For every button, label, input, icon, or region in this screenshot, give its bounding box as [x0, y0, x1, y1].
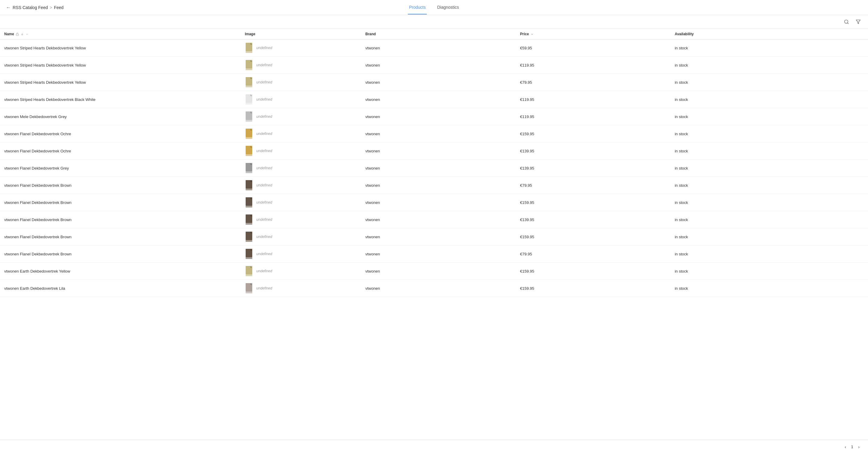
svg-rect-45: [246, 275, 252, 276]
cell-image: undefined: [241, 246, 361, 263]
table-row[interactable]: vtwonen Mele Dekbedovertrek Grey undefin…: [0, 108, 868, 125]
cell-brand: vtwonen: [361, 74, 516, 91]
cell-availability: in stock: [671, 246, 860, 263]
cell-name: vtwonen Flanel Dekbedovertrek Brown: [0, 228, 241, 246]
cell-availability: in stock: [671, 211, 860, 228]
svg-rect-42: [246, 257, 252, 259]
svg-rect-33: [246, 206, 252, 207]
table-row[interactable]: vtwonen Striped Hearts Dekbedovertrek Ye…: [0, 74, 868, 91]
cell-price: €159.95: [516, 228, 670, 246]
cell-extra: [860, 91, 868, 108]
col-header-extra: [860, 29, 868, 39]
svg-rect-12: [246, 86, 252, 87]
col-header-image: Image: [241, 29, 361, 39]
cell-availability: in stock: [671, 177, 860, 194]
table-header-row: Name Image Brand Price: [0, 29, 868, 39]
cell-extra: [860, 280, 868, 297]
search-icon: [844, 19, 849, 24]
cell-price: €119.95: [516, 57, 670, 74]
cell-image: undefined: [241, 211, 361, 228]
image-label: undefined: [256, 200, 272, 204]
cell-name: vtwonen Flanel Dekbedovertrek Ochre: [0, 125, 241, 142]
cell-name: vtwonen Striped Hearts Dekbedovertrek Ye…: [0, 39, 241, 57]
cell-image: undefined: [241, 177, 361, 194]
cell-extra: [860, 57, 868, 74]
cell-price: €79.95: [516, 74, 670, 91]
cell-brand: vtwonen: [361, 142, 516, 160]
cell-availability: in stock: [671, 125, 860, 142]
table-row[interactable]: vtwonen Flanel Dekbedovertrek Brown unde…: [0, 246, 868, 263]
cell-image: undefined: [241, 160, 361, 177]
prev-page-button[interactable]: ‹: [842, 443, 849, 450]
svg-rect-30: [246, 189, 252, 190]
table-row[interactable]: vtwonen Flanel Dekbedovertrek Brown unde…: [0, 228, 868, 246]
table-row[interactable]: vtwonen Flanel Dekbedovertrek Grey undef…: [0, 160, 868, 177]
cell-name: vtwonen Flanel Dekbedovertrek Brown: [0, 246, 241, 263]
table-row[interactable]: vtwonen Earth Dekbedovertrek Lila undefi…: [0, 280, 868, 297]
product-thumbnail: [245, 146, 254, 156]
cell-availability: in stock: [671, 91, 860, 108]
svg-rect-24: [246, 154, 252, 156]
image-label: undefined: [256, 149, 272, 153]
product-thumbnail: [245, 94, 254, 105]
table-row[interactable]: vtwonen Striped Hearts Dekbedovertrek Ye…: [0, 57, 868, 74]
cell-image: undefined: [241, 263, 361, 280]
cell-availability: in stock: [671, 263, 860, 280]
breadcrumb-current: Feed: [54, 5, 64, 10]
search-button[interactable]: [843, 18, 850, 26]
image-label: undefined: [256, 97, 272, 101]
cell-price: €159.95: [516, 263, 670, 280]
cell-name: vtwonen Flanel Dekbedovertrek Brown: [0, 177, 241, 194]
table-row[interactable]: vtwonen Striped Hearts Dekbedovertrek Ye…: [0, 39, 868, 57]
cell-image: undefined: [241, 142, 361, 160]
svg-rect-15: [246, 103, 252, 104]
back-button[interactable]: ←: [6, 5, 11, 10]
filter-button[interactable]: [855, 18, 862, 26]
chevron-down-icon: [25, 33, 29, 36]
svg-rect-3: [16, 34, 19, 36]
cell-name: vtwonen Flanel Dekbedovertrek Ochre: [0, 142, 241, 160]
cell-availability: in stock: [671, 74, 860, 91]
lock-icon: [16, 33, 19, 36]
cell-extra: [860, 108, 868, 125]
svg-rect-39: [246, 240, 252, 242]
product-thumbnail: [245, 128, 254, 139]
cell-name: vtwonen Flanel Dekbedovertrek Brown: [0, 211, 241, 228]
cell-name: vtwonen Mele Dekbedovertrek Grey: [0, 108, 241, 125]
table-row[interactable]: vtwonen Flanel Dekbedovertrek Brown unde…: [0, 194, 868, 211]
image-label: undefined: [256, 46, 272, 50]
cell-brand: vtwonen: [361, 39, 516, 57]
cell-brand: vtwonen: [361, 91, 516, 108]
image-label: undefined: [256, 269, 272, 273]
product-thumbnail: [245, 266, 254, 277]
cell-brand: vtwonen: [361, 125, 516, 142]
image-label: undefined: [256, 115, 272, 119]
table-row[interactable]: vtwonen Flanel Dekbedovertrek Brown unde…: [0, 177, 868, 194]
cell-availability: in stock: [671, 108, 860, 125]
table-row[interactable]: vtwonen Flanel Dekbedovertrek Brown unde…: [0, 211, 868, 228]
product-thumbnail: [245, 180, 254, 191]
next-page-button[interactable]: ›: [856, 443, 862, 450]
cell-image: undefined: [241, 280, 361, 297]
product-thumbnail: [245, 197, 254, 208]
cell-name: vtwonen Flanel Dekbedovertrek Brown: [0, 194, 241, 211]
table-row[interactable]: vtwonen Striped Hearts Dekbedovertrek Bl…: [0, 91, 868, 108]
table-row[interactable]: vtwonen Flanel Dekbedovertrek Ochre unde…: [0, 125, 868, 142]
cell-extra: [860, 74, 868, 91]
breadcrumb-parent: RSS Catalog Feed: [13, 5, 48, 10]
table-row[interactable]: vtwonen Flanel Dekbedovertrek Ochre unde…: [0, 142, 868, 160]
image-label: undefined: [256, 252, 272, 256]
col-header-name[interactable]: Name: [0, 29, 241, 39]
svg-marker-2: [856, 20, 860, 24]
col-header-price[interactable]: Price: [516, 29, 670, 39]
table-row[interactable]: vtwonen Earth Dekbedovertrek Yellow unde…: [0, 263, 868, 280]
tab-products[interactable]: Products: [408, 5, 427, 14]
cell-image: undefined: [241, 228, 361, 246]
product-thumbnail: [245, 214, 254, 225]
tab-diagnostics[interactable]: Diagnostics: [436, 5, 460, 14]
cell-extra: [860, 177, 868, 194]
col-header-availability: Availability: [671, 29, 860, 39]
product-thumbnail: [245, 249, 254, 259]
toolbar: [0, 15, 868, 29]
cell-extra: [860, 194, 868, 211]
